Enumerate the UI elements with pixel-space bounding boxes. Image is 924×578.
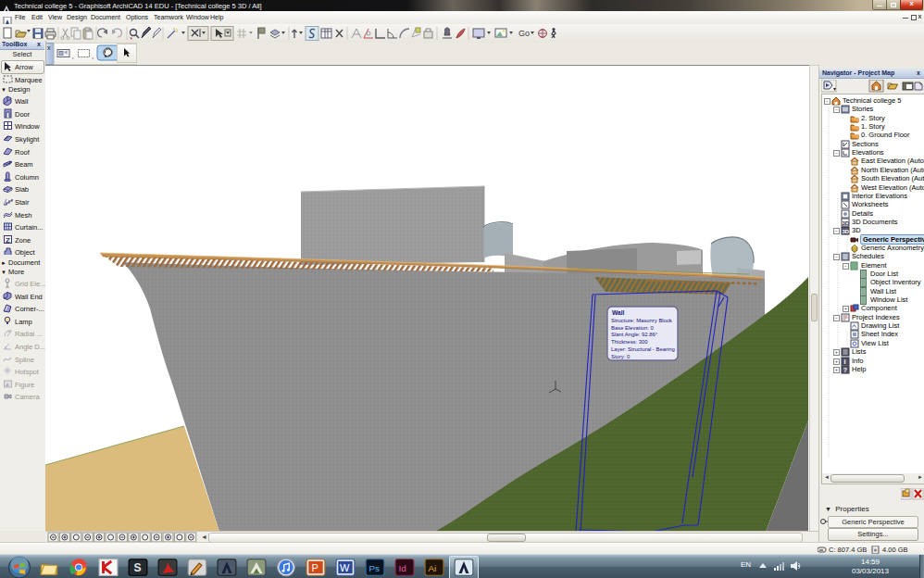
svg-text:Z: Z [6,236,10,245]
svg-text:W: W [340,562,350,573]
svg-text:3D: 3D [843,229,850,234]
svg-text:Structure: Masonry Block: Structure: Masonry Block [611,318,672,323]
svg-text:Story: 0: Story: 0 [611,354,631,359]
svg-text:Slant Angle: 92.86°: Slant Angle: 92.86° [611,332,657,337]
svg-text:Ai: Ai [428,563,436,573]
svg-text:3D: 3D [843,220,850,226]
svg-text:Thickness: 300: Thickness: 300 [611,339,648,345]
svg-text:i: i [844,358,846,365]
svg-text:S: S [134,561,142,574]
svg-text:Wall: Wall [612,309,624,316]
svg-text:Layer: Structural - Bearing: Layer: Structural - Bearing [611,346,675,352]
svg-text:,: , [92,52,94,60]
svg-text:?: ? [843,367,847,373]
svg-text:Id: Id [398,563,406,573]
svg-text:Base Elevation: 0: Base Elevation: 0 [611,325,655,331]
svg-text:,: , [72,52,74,60]
svg-text:12: 12 [7,329,12,333]
svg-text:Go: Go [518,29,530,38]
svg-text:P: P [312,562,318,573]
svg-text:Ps: Ps [368,563,380,573]
